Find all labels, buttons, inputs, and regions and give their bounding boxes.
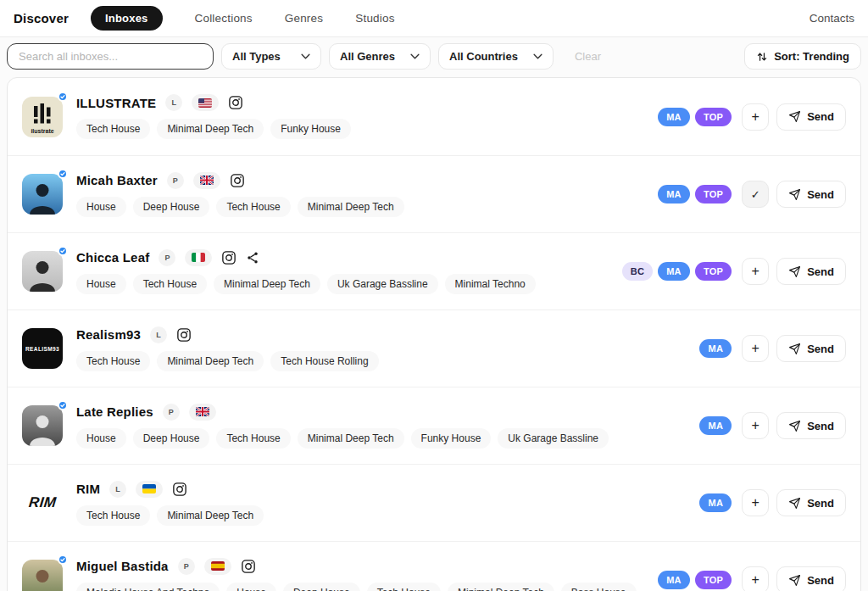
chevron-down-icon xyxy=(533,53,542,59)
inbox-info: Realism93 L Tech HouseMinimal Deep TechT… xyxy=(76,326,379,371)
share-icon[interactable] xyxy=(246,251,259,265)
genre-tag[interactable]: Minimal Deep Tech xyxy=(448,583,554,591)
row-badges: MATOP xyxy=(658,571,732,589)
genre-tag[interactable]: Funky House xyxy=(411,428,492,449)
genre-tag[interactable]: House xyxy=(76,428,126,449)
send-button[interactable]: Send xyxy=(776,258,846,285)
genre-tag[interactable]: Minimal Techno xyxy=(445,274,536,294)
send-button[interactable]: Send xyxy=(776,103,846,131)
send-button-label: Send xyxy=(807,497,834,510)
inbox-info: Miguel Bastida P Melodic House And Techn… xyxy=(76,558,637,591)
genre-tag[interactable]: Tech House xyxy=(76,505,150,526)
badge-top: TOP xyxy=(695,571,732,589)
genre-tag[interactable]: Deep House xyxy=(283,583,360,591)
add-button[interactable]: + xyxy=(742,258,769,285)
nav-tab-collections[interactable]: Collections xyxy=(195,12,253,25)
genre-tags: HouseDeep HouseTech HouseMinimal Deep Te… xyxy=(76,197,404,217)
instagram-icon[interactable] xyxy=(176,327,192,343)
send-button[interactable]: Send xyxy=(776,181,846,208)
avatar-image: ilustrate xyxy=(22,97,63,137)
nav-link-contacts[interactable]: Contacts xyxy=(810,12,854,25)
inbox-name[interactable]: Late Replies xyxy=(76,404,153,419)
genres-dropdown[interactable]: All Genres xyxy=(329,43,431,70)
clear-filters-button[interactable]: Clear xyxy=(575,50,601,63)
genre-tag[interactable]: Minimal Deep Tech xyxy=(157,505,264,526)
avatar[interactable]: REALISM93 xyxy=(22,328,63,369)
verified-check-icon xyxy=(58,555,68,565)
sort-button[interactable]: Sort: Trending xyxy=(744,43,861,70)
countries-dropdown[interactable]: All Countries xyxy=(438,43,554,70)
genre-tag[interactable]: Funky House xyxy=(270,119,351,139)
genre-tag[interactable]: Minimal Deep Tech xyxy=(214,274,320,294)
badge-top: TOP xyxy=(695,185,732,204)
type-badge: L xyxy=(109,481,126,498)
instagram-icon[interactable] xyxy=(241,559,256,574)
avatar[interactable] xyxy=(22,251,63,292)
send-button-label: Send xyxy=(807,420,834,432)
avatar-image: RIM xyxy=(22,482,63,523)
row-actions: MATOP + Send xyxy=(658,103,846,131)
inbox-name[interactable]: Miguel Bastida xyxy=(76,559,169,573)
avatar[interactable] xyxy=(22,174,63,215)
type-badge: P xyxy=(178,558,195,575)
nav-tab-studios[interactable]: Studios xyxy=(355,12,394,25)
inbox-name[interactable]: Micah Baxter xyxy=(76,173,158,187)
add-button[interactable]: + xyxy=(742,566,769,591)
inbox-row: Miguel Bastida P Melodic House And Techn… xyxy=(8,541,860,591)
genre-tag[interactable]: Tech House Rolling xyxy=(270,351,378,371)
genre-tag[interactable]: Tech House xyxy=(133,274,207,294)
send-button[interactable]: Send xyxy=(776,489,846,516)
send-button[interactable]: Send xyxy=(776,412,846,439)
types-dropdown-label: All Types xyxy=(232,50,281,63)
genre-tag[interactable]: Minimal Deep Tech xyxy=(157,351,264,371)
avatar[interactable] xyxy=(22,405,63,446)
send-button[interactable]: Send xyxy=(776,566,846,591)
genre-tag[interactable]: Bass House xyxy=(561,583,637,591)
genres-dropdown-label: All Genres xyxy=(340,50,395,63)
genre-tag[interactable]: Minimal Deep Tech xyxy=(298,428,404,449)
genre-tag[interactable]: Uk Garage Bassline xyxy=(498,428,609,449)
types-dropdown[interactable]: All Types xyxy=(221,43,321,70)
genre-tag[interactable]: Tech House xyxy=(76,119,150,139)
row-badges: MA xyxy=(699,339,732,358)
avatar[interactable]: RIM xyxy=(22,482,63,523)
send-button[interactable]: Send xyxy=(776,335,846,362)
avatar[interactable] xyxy=(22,560,63,591)
add-button[interactable]: + xyxy=(742,412,769,439)
genre-tag[interactable]: Minimal Deep Tech xyxy=(157,119,264,139)
avatar[interactable]: ilustrate xyxy=(22,97,63,137)
genre-tag[interactable]: Uk Garage Bassline xyxy=(327,274,438,294)
countries-dropdown-label: All Countries xyxy=(449,50,518,63)
genre-tag[interactable]: House xyxy=(76,197,126,217)
genre-tag[interactable]: Tech House xyxy=(216,197,290,217)
search-input[interactable] xyxy=(7,43,214,70)
nav-tab-genres[interactable]: Genres xyxy=(285,12,323,25)
add-button[interactable]: + xyxy=(742,489,769,516)
inbox-name[interactable]: RIM xyxy=(76,482,100,496)
genre-tag[interactable]: House xyxy=(76,274,126,294)
genre-tag[interactable]: Deep House xyxy=(133,428,210,449)
genre-tag[interactable]: Tech House xyxy=(367,583,441,591)
genre-tag[interactable]: Tech House xyxy=(216,428,290,449)
genre-tag[interactable]: Deep House xyxy=(133,197,210,217)
paper-plane-icon xyxy=(788,497,801,510)
nav-tab-inboxes[interactable]: Inboxes xyxy=(91,6,163,31)
add-button[interactable]: + xyxy=(742,103,769,131)
paper-plane-icon xyxy=(788,110,801,123)
genre-tag[interactable]: Tech House xyxy=(76,351,150,371)
instagram-icon[interactable] xyxy=(228,95,243,110)
add-button[interactable]: + xyxy=(742,335,769,362)
added-check-button[interactable]: ✓ xyxy=(742,181,769,208)
avatar-image xyxy=(22,405,63,446)
inbox-name[interactable]: Realism93 xyxy=(76,327,141,342)
instagram-icon[interactable] xyxy=(230,173,245,188)
inbox-name[interactable]: ILLUSTRATE xyxy=(76,96,156,110)
nav-brand-discover[interactable]: Discover xyxy=(14,11,69,25)
genre-tag[interactable]: House xyxy=(226,583,276,591)
instagram-icon[interactable] xyxy=(221,250,236,265)
genre-tag[interactable]: Melodic House And Techno xyxy=(76,583,220,591)
inbox-row: Micah Baxter P HouseDeep HouseTech House… xyxy=(8,155,860,232)
instagram-icon[interactable] xyxy=(172,482,187,497)
inbox-name[interactable]: Chicca Leaf xyxy=(76,250,149,265)
genre-tag[interactable]: Minimal Deep Tech xyxy=(298,197,404,217)
